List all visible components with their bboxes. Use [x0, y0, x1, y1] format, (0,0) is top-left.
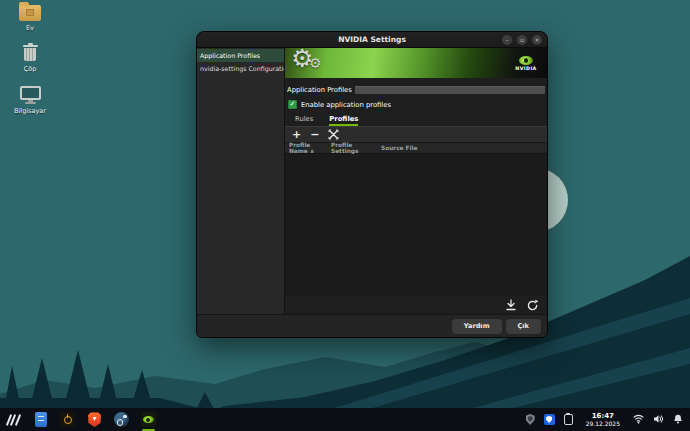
notification-icon[interactable] [673, 414, 683, 424]
clipboard-icon[interactable] [564, 414, 573, 425]
section-title: Application Profiles [287, 86, 352, 94]
desktop-icon-label: Çöp [6, 65, 54, 73]
home-folder-icon [19, 5, 41, 21]
settings-sidebar: Application Profiles nvidia-settings Con… [197, 48, 285, 314]
volume-icon[interactable] [653, 414, 664, 424]
profiles-table-header: Profile Name ∧ Profile Settings Source F… [285, 143, 547, 154]
wifi-icon[interactable] [633, 414, 644, 424]
profiles-table-body[interactable] [285, 154, 547, 296]
sidebar-item-nvidia-settings-configuration[interactable]: nvidia-settings Configuration [197, 62, 284, 75]
desktop-icon-home[interactable]: Ev [6, 5, 54, 32]
column-profile-name[interactable]: Profile Name ∧ [285, 142, 331, 154]
taskbar-app-launchers [6, 412, 156, 427]
minimize-button[interactable]: – [502, 35, 512, 45]
desktop-icon-label: Bilgisayar [6, 107, 54, 115]
clock-time: 16:47 [586, 412, 620, 420]
sidebar-item-application-profiles[interactable]: Application Profiles [197, 49, 284, 62]
section-header: Application Profiles [287, 85, 545, 95]
window-bottom-bar: Yardım Çık [197, 314, 547, 337]
taskbar-tray: 16:47 29.12.2025 [526, 412, 683, 428]
file-manager-icon[interactable] [33, 412, 48, 427]
maximize-button[interactable]: ▫ [517, 35, 527, 45]
desktop-icon-list: Ev Çöp Bilgisayar [6, 5, 54, 128]
nvidia-brand-text: NVIDIA [515, 66, 536, 71]
tab-profiles[interactable]: Profiles [329, 115, 358, 126]
edit-tools-icon[interactable] [328, 129, 339, 140]
taskbar: 16:47 29.12.2025 [0, 408, 690, 431]
tab-rules[interactable]: Rules [295, 115, 313, 126]
desktop-icon-label: Ev [6, 24, 54, 32]
profiles-tabbar: Rules Profiles [285, 112, 547, 127]
taskbar-clock[interactable]: 16:47 29.12.2025 [586, 412, 620, 428]
remove-profile-button[interactable]: − [310, 129, 319, 140]
window-controls: – ▫ × [502, 35, 542, 45]
add-profile-button[interactable]: + [292, 129, 301, 140]
close-button[interactable]: × [532, 35, 542, 45]
enable-profiles-checkbox[interactable]: ✓ [288, 100, 297, 109]
brave-icon[interactable] [87, 412, 102, 427]
desktop-icon-computer[interactable]: Bilgisayar [6, 86, 54, 115]
nvidia-eye-icon [519, 56, 533, 65]
enable-profiles-label: Enable application profiles [301, 101, 391, 109]
nvidia-icon[interactable] [141, 412, 156, 427]
steam-icon[interactable] [114, 412, 129, 427]
clock-date: 29.12.2025 [586, 420, 620, 427]
desktop-icon-trash[interactable]: Çöp [6, 45, 54, 73]
trash-icon [23, 45, 38, 62]
vault-icon[interactable] [60, 412, 75, 427]
settings-main-pane: ⚙ ⚙ NVIDIA Application Profiles ✓ Enable… [285, 48, 547, 314]
column-source-file[interactable]: Source File [381, 145, 547, 151]
desktop: Ev Çöp Bilgisayar NVIDIA Settings – ▫ × … [0, 0, 690, 431]
window-titlebar[interactable]: NVIDIA Settings – ▫ × [197, 32, 547, 48]
shield-icon[interactable] [526, 414, 535, 425]
gear-icon: ⚙ [309, 55, 322, 71]
enable-profiles-checkbox-row[interactable]: ✓ Enable application profiles [288, 99, 547, 110]
download-icon[interactable] [505, 299, 517, 311]
nvidia-settings-window: NVIDIA Settings – ▫ × Application Profil… [196, 31, 548, 338]
computer-icon [20, 86, 41, 104]
nvidia-logo: NVIDIA [508, 50, 544, 76]
profile-io-actions [285, 296, 547, 314]
profiles-toolbar: + − [285, 127, 547, 143]
column-profile-settings[interactable]: Profile Settings [331, 142, 381, 154]
app-menu-icon[interactable] [6, 412, 21, 427]
quit-button[interactable]: Çık [506, 319, 541, 334]
bitwarden-icon[interactable] [544, 414, 555, 425]
help-button[interactable]: Yardım [452, 319, 502, 334]
section-divider-bar [355, 86, 545, 94]
window-title: NVIDIA Settings [197, 32, 547, 48]
nvidia-banner: ⚙ ⚙ NVIDIA [285, 48, 547, 78]
refresh-icon[interactable] [526, 299, 539, 312]
